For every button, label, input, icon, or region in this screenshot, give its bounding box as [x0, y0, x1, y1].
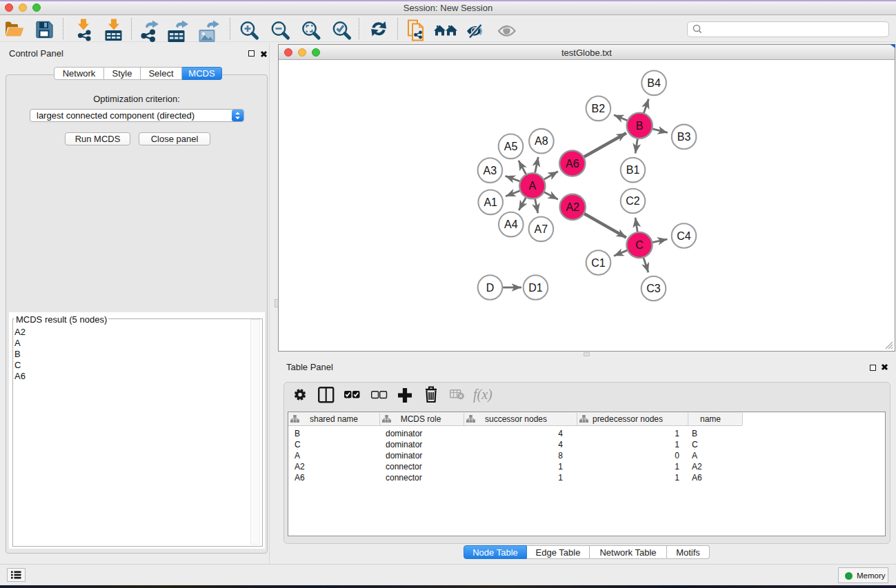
- svg-text:A6: A6: [566, 158, 579, 170]
- svg-text:B: B: [636, 120, 644, 132]
- svg-text:shared name: shared name: [310, 414, 358, 424]
- svg-text:B2: B2: [592, 103, 606, 114]
- svg-text:dominator: dominator: [386, 440, 422, 449]
- svg-text:A6: A6: [295, 473, 305, 483]
- svg-text:C4: C4: [677, 230, 691, 242]
- svg-text:A8: A8: [535, 135, 548, 147]
- svg-text:C: C: [635, 239, 644, 251]
- svg-text:B: B: [692, 429, 697, 438]
- svg-text:C: C: [295, 440, 301, 449]
- svg-text:1: 1: [675, 440, 679, 449]
- svg-text:A5: A5: [504, 141, 518, 152]
- svg-text:B1: B1: [626, 164, 640, 176]
- svg-text:successor nodes: successor nodes: [485, 414, 547, 424]
- svg-text:A4: A4: [504, 219, 518, 230]
- svg-text:4: 4: [558, 440, 563, 449]
- svg-text:C1: C1: [591, 257, 606, 269]
- svg-text:D1: D1: [528, 282, 543, 294]
- svg-text:A2: A2: [566, 201, 579, 213]
- svg-text:1: 1: [558, 473, 563, 483]
- svg-text:C2: C2: [626, 195, 640, 207]
- svg-text:MCDS role: MCDS role: [401, 414, 441, 424]
- svg-text:dominator: dominator: [386, 429, 422, 438]
- svg-text:connector: connector: [386, 473, 422, 483]
- svg-text:8: 8: [558, 451, 563, 460]
- svg-text:1: 1: [675, 473, 679, 483]
- svg-text:B: B: [295, 429, 300, 438]
- svg-text:A3: A3: [484, 165, 497, 176]
- svg-text:dominator: dominator: [386, 451, 422, 460]
- svg-text:1: 1: [675, 429, 679, 438]
- svg-text:A2: A2: [295, 462, 305, 472]
- svg-text:0: 0: [675, 451, 679, 460]
- svg-text:1: 1: [675, 462, 679, 472]
- svg-text:1: 1: [558, 462, 563, 472]
- svg-text:A7: A7: [535, 223, 548, 235]
- svg-text:A1: A1: [484, 196, 497, 208]
- svg-text:B3: B3: [677, 131, 691, 143]
- svg-text:C3: C3: [646, 283, 661, 294]
- svg-text:predecessor nodes: predecessor nodes: [593, 414, 663, 424]
- svg-text:A6: A6: [692, 473, 702, 483]
- svg-text:connector: connector: [386, 462, 422, 472]
- svg-text:A: A: [692, 451, 697, 460]
- svg-text:f(x): f(x): [473, 387, 492, 403]
- svg-text:A2: A2: [692, 462, 702, 472]
- svg-text:name: name: [700, 414, 721, 424]
- svg-text:A: A: [528, 180, 536, 192]
- svg-text:C: C: [692, 440, 698, 449]
- svg-text:4: 4: [558, 429, 563, 438]
- svg-text:D: D: [486, 282, 495, 294]
- svg-text:B4: B4: [647, 77, 661, 89]
- svg-text:A: A: [295, 451, 300, 460]
